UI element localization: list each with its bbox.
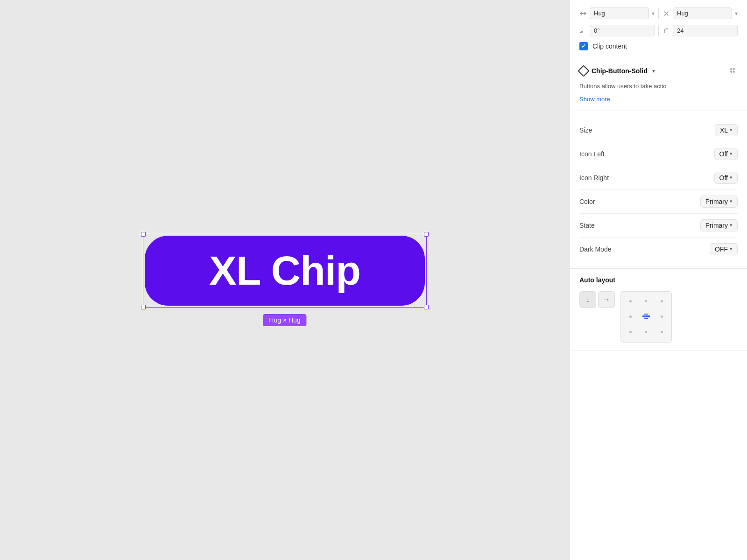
prop-row-color: Color Primary ▾: [579, 190, 738, 214]
rotation-value[interactable]: 0°: [590, 25, 655, 36]
prop-row-dark-mode: Dark Mode OFF ▾: [579, 238, 738, 261]
auto-layout-title: Auto layout: [579, 276, 738, 284]
component-header: Chip-Button-Solid ▾: [579, 66, 738, 76]
show-more-link[interactable]: Show more: [579, 96, 610, 103]
chip-button[interactable]: XL Chip: [145, 236, 425, 306]
diamond-icon: [578, 65, 589, 77]
prop-row-state: State Primary ▾: [579, 214, 738, 238]
corner-radius-icon: [662, 27, 670, 35]
width-chevron-icon[interactable]: ▾: [652, 10, 655, 17]
clip-label: Clip content: [592, 42, 627, 50]
prop-size-text: XL: [720, 126, 728, 134]
prop-label-dark-mode: Dark Mode: [579, 245, 611, 253]
align-dot-bl[interactable]: [624, 325, 637, 339]
chip-component[interactable]: XL Chip Hug × Hug: [145, 236, 425, 306]
align-dot-tl[interactable]: [624, 294, 637, 308]
prop-color-text: Primary: [705, 198, 728, 205]
four-diamond-icon[interactable]: [729, 66, 738, 76]
direction-right-button[interactable]: →: [598, 291, 615, 308]
rotation-icon: [579, 27, 587, 35]
prop-icon-right-chevron: ▾: [730, 175, 733, 181]
dim-separator: [658, 8, 659, 19]
corner-handle-br[interactable]: [424, 305, 429, 309]
component-description: Buttons allow users to take actio: [579, 82, 738, 91]
rotation-group: 0°: [579, 25, 655, 36]
properties-section: Size XL ▾ Icon Left Off ▾ Icon Right Off…: [570, 111, 747, 269]
height-x-icon: [662, 10, 670, 17]
width-group: Hug ▾: [579, 7, 655, 19]
clip-checkbox[interactable]: [579, 42, 588, 50]
component-expand-icon[interactable]: ▾: [652, 68, 655, 74]
width-value[interactable]: Hug: [590, 7, 649, 19]
prop-label-color: Color: [579, 198, 595, 205]
svg-rect-1: [733, 68, 735, 70]
dim-separator-2: [658, 25, 659, 36]
hug-label: Hug × Hug: [263, 314, 306, 326]
prop-icon-left-text: Off: [719, 150, 728, 158]
clip-row: Clip content: [579, 42, 738, 50]
prop-value-size[interactable]: XL ▾: [715, 124, 738, 136]
svg-rect-6: [644, 318, 648, 319]
corner-handle-tr[interactable]: [424, 232, 429, 237]
svg-rect-4: [642, 315, 650, 317]
right-panel: Hug ▾ Hug ▾ 0°: [570, 0, 747, 560]
svg-rect-2: [730, 70, 733, 73]
component-section: Chip-Button-Solid ▾ Buttons allow users …: [570, 58, 747, 111]
prop-icon-right-text: Off: [719, 174, 728, 182]
width-height-row: Hug ▾ Hug ▾: [579, 7, 738, 19]
auto-layout-controls: ↓ →: [579, 291, 738, 343]
corner-group: 24: [662, 25, 738, 36]
component-title-row: Chip-Button-Solid ▾: [579, 67, 655, 75]
chip-text: XL Chip: [209, 247, 360, 294]
auto-layout-section: Auto layout ↓ →: [570, 269, 747, 350]
prop-color-chevron: ▾: [730, 198, 733, 204]
canvas: XL Chip Hug × Hug: [0, 0, 570, 560]
prop-row-icon-left: Icon Left Off ▾: [579, 142, 738, 166]
prop-label-state: State: [579, 222, 595, 229]
width-arrows-icon: [579, 10, 587, 17]
direction-buttons: ↓ →: [579, 291, 615, 308]
svg-rect-3: [733, 70, 735, 73]
align-dot-ml[interactable]: [624, 310, 637, 323]
prop-state-chevron: ▾: [730, 222, 733, 228]
align-dot-mr[interactable]: [655, 310, 669, 323]
dimensions-section: Hug ▾ Hug ▾ 0°: [570, 0, 747, 58]
component-name: Chip-Button-Solid: [592, 67, 648, 75]
prop-value-icon-left[interactable]: Off ▾: [714, 148, 738, 160]
rotation-corner-row: 0° 24: [579, 25, 738, 36]
corner-value[interactable]: 24: [673, 25, 738, 36]
prop-state-text: Primary: [705, 222, 728, 229]
prop-row-icon-right: Icon Right Off ▾: [579, 166, 738, 190]
prop-value-dark-mode[interactable]: OFF ▾: [710, 243, 738, 255]
prop-value-color[interactable]: Primary ▾: [700, 196, 738, 208]
alignment-grid[interactable]: [620, 291, 672, 343]
align-center-icon[interactable]: [639, 310, 653, 323]
prop-label-size: Size: [579, 126, 592, 134]
svg-rect-0: [730, 68, 733, 70]
align-dot-tr[interactable]: [655, 294, 669, 308]
svg-rect-5: [644, 314, 648, 315]
height-value[interactable]: Hug: [673, 7, 732, 19]
prop-value-state[interactable]: Primary ▾: [700, 219, 738, 231]
height-chevron-icon[interactable]: ▾: [735, 10, 738, 17]
prop-dark-mode-chevron: ▾: [730, 246, 733, 252]
corner-handle-bl[interactable]: [141, 305, 146, 309]
corner-handle-tl[interactable]: [141, 232, 146, 237]
prop-icon-left-chevron: ▾: [730, 151, 733, 157]
align-dot-tc[interactable]: [639, 294, 653, 308]
align-dot-bc[interactable]: [639, 325, 653, 339]
prop-dark-mode-text: OFF: [715, 245, 728, 253]
direction-down-button[interactable]: ↓: [579, 291, 596, 308]
prop-row-size: Size XL ▾: [579, 119, 738, 142]
height-group: Hug ▾: [662, 7, 738, 19]
prop-label-icon-left: Icon Left: [579, 150, 605, 158]
prop-label-icon-right: Icon Right: [579, 174, 609, 182]
prop-value-icon-right[interactable]: Off ▾: [714, 172, 738, 184]
prop-size-chevron: ▾: [730, 127, 733, 133]
align-dot-br[interactable]: [655, 325, 669, 339]
